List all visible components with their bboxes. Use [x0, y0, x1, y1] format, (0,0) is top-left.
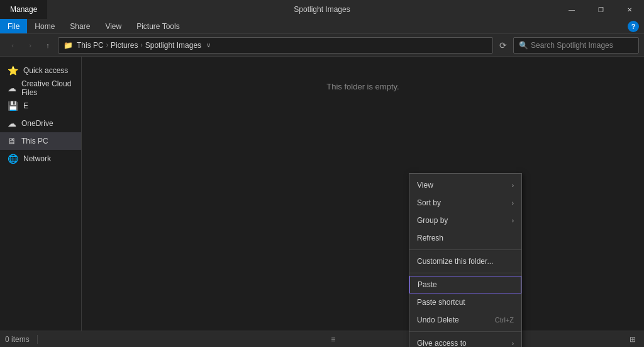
back-button[interactable]: ‹ [5, 38, 20, 53]
e-drive-icon: 💾 [8, 101, 18, 111]
empty-folder-message: This folder is empty. [326, 82, 399, 91]
network-icon: 🌐 [8, 154, 18, 164]
sidebar-item-network[interactable]: 🌐 Network [0, 150, 81, 168]
ctx-item-undo-delete[interactable]: Undo Delete Ctrl+Z [409, 311, 521, 329]
title-bar: Manage Spotlight Images — ❐ ✕ [0, 0, 644, 19]
ctx-label-customize: Customize this folder... [417, 257, 493, 266]
onedrive-icon: ☁ [8, 118, 16, 128]
address-path[interactable]: 📁 This PC › Pictures › Spotlight Images … [58, 37, 493, 54]
ctx-label-paste: Paste [418, 280, 437, 289]
ctx-shortcut-undo-delete: Ctrl+Z [495, 316, 514, 324]
list-view-icon: ≡ [331, 335, 335, 344]
status-item-count: 0 items [5, 335, 30, 344]
up-button[interactable]: ↑ [40, 38, 55, 53]
ctx-label-give-access: Give access to [417, 339, 467, 347]
this-pc-icon: 🖥 [8, 136, 16, 146]
ribbon-tab-home[interactable]: Home [27, 19, 62, 33]
ctx-item-view[interactable]: View › [409, 176, 521, 194]
path-segment-spotlight[interactable]: Spotlight Images [145, 41, 201, 50]
window-title: Spotlight Images [294, 5, 350, 14]
address-bar: ‹ › ↑ 📁 This PC › Pictures › Spotlight I… [0, 34, 644, 57]
sidebar: ⭐ Quick access ☁ Creative Cloud Files 💾 … [0, 57, 82, 331]
ctx-separator-1 [409, 249, 521, 250]
ctx-label-group-by: Group by [417, 216, 448, 225]
ctx-label-sort-by: Sort by [417, 198, 441, 207]
ctx-item-paste-shortcut[interactable]: Paste shortcut [409, 293, 521, 311]
tab-manage[interactable]: Manage [0, 0, 47, 19]
ribbon: File Home Share View Picture Tools ? [0, 19, 644, 34]
sidebar-item-this-pc[interactable]: 🖥 This PC [0, 132, 81, 150]
ctx-item-customize[interactable]: Customize this folder... [409, 253, 521, 270]
ctx-arrow-sort-by: › [512, 200, 514, 207]
list-view-button[interactable]: ≡ [327, 333, 340, 346]
help-icon[interactable]: ? [628, 21, 639, 32]
ctx-label-paste-shortcut: Paste shortcut [417, 298, 465, 307]
ctx-label-undo-delete: Undo Delete [417, 316, 459, 324]
ctx-separator-3 [409, 331, 521, 332]
creative-cloud-icon: ☁ [8, 83, 16, 93]
search-icon: 🔍 [519, 41, 528, 50]
sidebar-label-onedrive: OneDrive [21, 119, 53, 128]
sidebar-item-onedrive[interactable]: ☁ OneDrive [0, 115, 81, 132]
context-menu: View › Sort by › Group by › Refresh Cust… [409, 173, 522, 347]
minimize-button[interactable]: — [557, 0, 586, 19]
window-controls: — ❐ ✕ [557, 0, 644, 19]
main-layout: ⭐ Quick access ☁ Creative Cloud Files 💾 … [0, 57, 644, 331]
sidebar-label-quick-access: Quick access [23, 66, 68, 75]
restore-button[interactable]: ❐ [586, 0, 615, 19]
detail-view-button[interactable]: ⊞ [626, 333, 639, 346]
ctx-label-view: View [417, 181, 433, 190]
ctx-separator-2 [409, 273, 521, 273]
forward-button[interactable]: › [23, 38, 38, 53]
search-box[interactable]: 🔍 Search Spotlight Images [513, 37, 639, 54]
ctx-arrow-give-access: › [512, 340, 514, 347]
sidebar-item-quick-access[interactable]: ⭐ Quick access [0, 62, 81, 79]
detail-view-icon: ⊞ [630, 335, 636, 344]
title-bar-tabs: Manage [0, 0, 47, 19]
path-folder-icon: 📁 [64, 41, 73, 50]
status-bar: 0 items ≡ ⊞ [0, 331, 644, 347]
status-separator [37, 335, 38, 344]
refresh-button[interactable]: ⟳ [496, 38, 511, 53]
sidebar-item-e-drive[interactable]: 💾 E [0, 97, 81, 115]
ctx-label-refresh: Refresh [417, 234, 443, 242]
ctx-item-sort-by[interactable]: Sort by › [409, 194, 521, 212]
ctx-item-give-access[interactable]: Give access to › [409, 334, 521, 347]
ctx-item-group-by[interactable]: Group by › [409, 212, 521, 229]
sidebar-label-creative-cloud: Creative Cloud Files [21, 79, 74, 97]
sidebar-label-e-drive: E [23, 101, 28, 110]
path-segment-this-pc[interactable]: This PC [77, 41, 104, 50]
ctx-item-paste[interactable]: Paste [409, 276, 521, 293]
ribbon-tab-file[interactable]: File [0, 19, 27, 33]
quick-access-icon: ⭐ [8, 65, 18, 76]
sidebar-item-creative-cloud[interactable]: ☁ Creative Cloud Files [0, 79, 81, 97]
ribbon-tab-share[interactable]: Share [62, 19, 97, 33]
path-segment-pictures[interactable]: Pictures [111, 41, 138, 50]
sidebar-label-this-pc: This PC [21, 137, 48, 145]
ctx-arrow-group-by: › [512, 217, 514, 224]
ribbon-tab-view[interactable]: View [97, 19, 129, 33]
ctx-arrow-view: › [512, 182, 514, 189]
ctx-item-refresh[interactable]: Refresh [409, 229, 521, 247]
ribbon-tab-picture-tools[interactable]: Picture Tools [129, 19, 187, 33]
sidebar-label-network: Network [23, 154, 51, 163]
path-dropdown-icon[interactable]: ∨ [204, 42, 213, 48]
search-placeholder: Search Spotlight Images [531, 41, 613, 50]
content-area: This folder is empty. View › Sort by › G… [82, 57, 644, 331]
close-button[interactable]: ✕ [615, 0, 644, 19]
